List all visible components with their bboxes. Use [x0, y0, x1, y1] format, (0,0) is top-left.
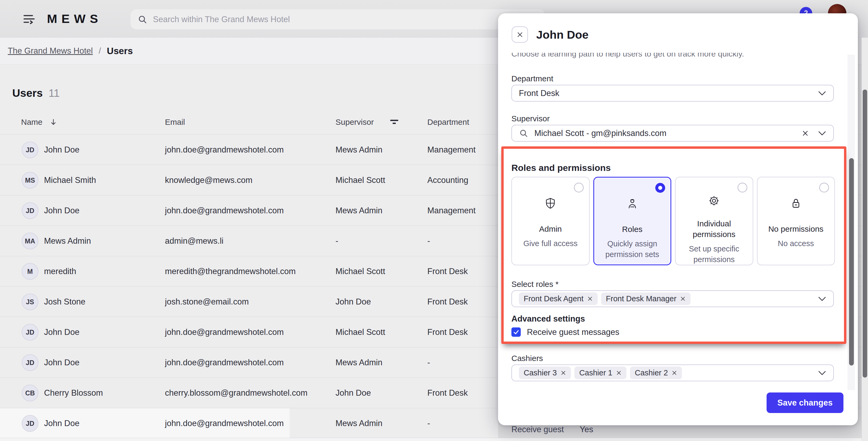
search-icon: [519, 129, 528, 138]
close-icon[interactable]: [512, 26, 528, 43]
page-scrollbar-track[interactable]: [862, 38, 868, 441]
cell-email: knowledge@mews.com: [165, 175, 252, 185]
cell-name: Michael Smith: [44, 175, 96, 185]
cell-email: admin@mews.li: [165, 236, 223, 246]
page-title-text: Users: [12, 87, 43, 99]
permission-card-no-permissions[interactable]: No permissionsNo access: [757, 177, 835, 265]
cashiers-label: Cashiers: [512, 354, 543, 363]
global-search[interactable]: [130, 9, 545, 29]
chevron-down-icon[interactable]: [818, 131, 826, 136]
breadcrumb-separator: /: [99, 46, 101, 56]
card-description: No access: [778, 238, 814, 249]
cell-name: John Doe: [44, 145, 80, 155]
select-roles-multiselect[interactable]: Front Desk Agent Front Desk Manager: [512, 291, 834, 307]
panel-scrollbar-thumb[interactable]: [849, 158, 854, 366]
advanced-settings-label: Advanced settings: [512, 314, 585, 324]
tag-chip: Front Desk Agent: [519, 293, 598, 305]
cell-department: Front Desk: [427, 328, 468, 337]
cell-email: john.doe@grandmewshotel.com: [165, 418, 284, 428]
page-title: Users 11: [12, 87, 60, 99]
horizontal-scrollbar[interactable]: [0, 438, 862, 441]
lock-icon: [790, 191, 802, 216]
avatar: M: [22, 263, 38, 280]
save-changes-button[interactable]: Save changes: [767, 393, 843, 413]
tag-chip: Cashier 3: [519, 367, 571, 379]
tag-chip: Cashier 1: [575, 367, 626, 379]
column-header-supervisor[interactable]: Supervisor: [336, 115, 399, 130]
department-select[interactable]: Front Desk: [512, 85, 834, 102]
cell-supervisor: Mews Admin: [336, 145, 382, 155]
avatar: JD: [22, 202, 38, 219]
receive-guest-messages-checkbox[interactable]: [512, 328, 521, 337]
cell-name: John Doe: [44, 358, 80, 367]
cell-supervisor: -: [336, 236, 338, 246]
roles-section-title: Roles and permissions: [512, 163, 611, 173]
chevron-down-icon[interactable]: [818, 370, 826, 376]
card-title: No permissions: [768, 224, 824, 234]
search-input[interactable]: [153, 15, 473, 24]
permission-card-admin[interactable]: AdminGive full access: [512, 177, 590, 265]
cell-department: Accounting: [427, 175, 468, 185]
menu-icon[interactable]: [23, 12, 36, 26]
avatar: MS: [22, 172, 38, 189]
card-title: Roles: [622, 224, 643, 235]
cell-name: John Doe: [44, 206, 80, 215]
person-icon: [626, 192, 639, 216]
behind-panel-label: Receive guest: [512, 425, 564, 434]
clear-icon[interactable]: [802, 130, 809, 137]
radio-icon[interactable]: [738, 183, 747, 193]
cell-name: Mews Admin: [44, 236, 91, 246]
card-description: Give full access: [523, 238, 578, 249]
supervisor-search-select[interactable]: Michael Scott - gm@pinksands.com: [512, 125, 834, 142]
page-scrollbar-thumb[interactable]: [863, 90, 867, 377]
panel-scrollbar-track[interactable]: [848, 55, 855, 390]
cell-supervisor: John Doe: [336, 297, 371, 307]
tag-remove-icon[interactable]: [672, 370, 677, 376]
avatar: JD: [22, 354, 38, 371]
cell-department: Front Desk: [427, 388, 468, 398]
permission-card-roles[interactable]: RolesQuickly assign permission sets: [593, 177, 672, 265]
card-description: Set up specific permissions: [683, 243, 745, 265]
column-header-name[interactable]: Name: [21, 115, 57, 130]
cell-name: Cherry Blossom: [44, 388, 103, 398]
chevron-down-icon[interactable]: [818, 296, 826, 302]
cell-email: meredith@thegrandmewshotel.com: [165, 267, 296, 276]
cashiers-multiselect[interactable]: Cashier 3 Cashier 1 Cashier 2: [512, 365, 834, 381]
cell-department: Management: [427, 145, 476, 155]
filter-icon[interactable]: [390, 119, 399, 125]
permission-cards: AdminGive full accessRolesQuickly assign…: [512, 177, 835, 265]
cell-email: john.doe@grandmewshotel.com: [165, 328, 284, 337]
tag-remove-icon[interactable]: [560, 370, 566, 376]
cell-department: -: [427, 236, 430, 246]
sort-desc-icon[interactable]: [50, 118, 57, 126]
cell-email: josh.stone@email.com: [165, 297, 249, 307]
cell-department: Management: [427, 206, 476, 215]
breadcrumb-hotel-link[interactable]: The Grand Mews Hotel: [8, 46, 93, 56]
cell-email: cherry.blossom@grandmewshotel.com: [165, 388, 308, 398]
avatar: JD: [22, 141, 38, 158]
users-count: 11: [49, 87, 60, 99]
receive-guest-messages-label: Receive guest messages: [527, 328, 619, 337]
tag-remove-icon[interactable]: [680, 296, 686, 302]
department-label: Department: [512, 74, 553, 83]
cell-supervisor: Michael Scott: [336, 267, 385, 276]
breadcrumb-current: Users: [107, 45, 133, 56]
cell-name: meredith: [44, 267, 76, 276]
radio-icon[interactable]: [655, 183, 665, 193]
cell-email: john.doe@grandmewshotel.com: [165, 358, 284, 367]
shield-icon: [544, 191, 557, 216]
cell-supervisor: Mews Admin: [336, 358, 382, 367]
permission-card-individual-permissions[interactable]: Individual permissionsSet up specific pe…: [675, 177, 753, 265]
radio-icon[interactable]: [819, 183, 829, 193]
cell-department: Front Desk: [427, 297, 468, 307]
tag-remove-icon[interactable]: [587, 296, 593, 302]
column-header-department[interactable]: Department: [427, 115, 469, 130]
card-title: Admin: [539, 224, 562, 234]
chevron-down-icon[interactable]: [818, 91, 826, 96]
cell-email: john.doe@grandmewshotel.com: [165, 206, 284, 215]
column-header-email[interactable]: Email: [165, 115, 185, 130]
tag-chip: Front Desk Manager: [601, 293, 690, 305]
cell-email: john.doe@grandmewshotel.com: [165, 145, 284, 155]
tag-remove-icon[interactable]: [616, 370, 622, 376]
radio-icon[interactable]: [574, 183, 584, 193]
